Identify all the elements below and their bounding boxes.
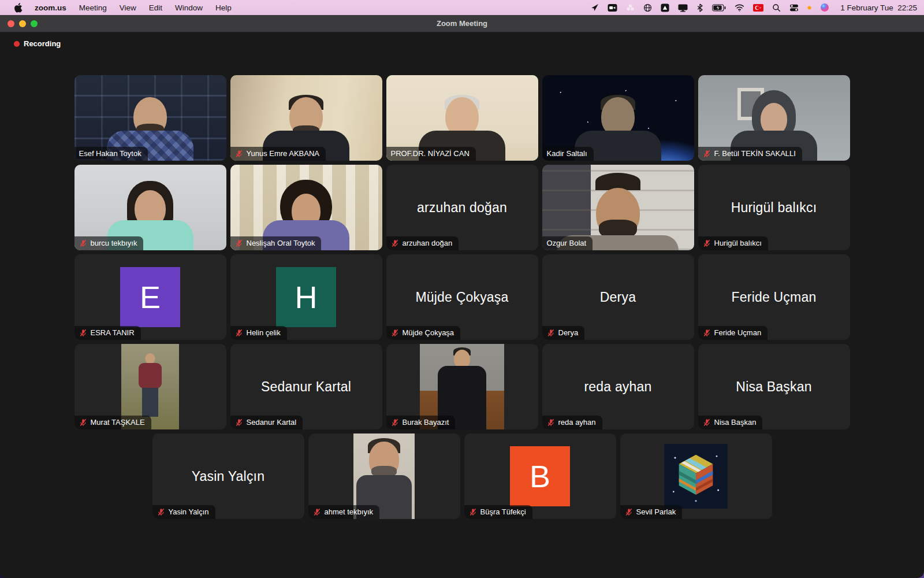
name-label: burcu tekbıyık — [74, 236, 144, 250]
participant-tile[interactable]: Sevil Parlak — [620, 433, 772, 519]
avatar: E — [120, 267, 180, 327]
participant-tile[interactable]: arzuhan doğanarzuhan doğan — [386, 165, 538, 250]
muted-mic-icon — [157, 508, 165, 516]
grid-row: Esef Hakan ToytokYunus Emre AKBANAPROF.D… — [74, 75, 850, 161]
menu-help[interactable]: Help — [209, 3, 238, 12]
participant-tile[interactable]: F. Betül TEKİN SAKALLI — [698, 75, 850, 161]
name-label: Büşra Tüfekçi — [464, 505, 532, 519]
participant-tile[interactable]: PROF.DR. NİYAZİ CAN — [386, 75, 538, 161]
app-light-icon[interactable] — [626, 3, 635, 12]
name-label: Yunus Emre AKBANA — [230, 147, 326, 161]
participant-tile[interactable]: Nisa BaşkanNisa Başkan — [698, 344, 850, 429]
location-icon[interactable] — [591, 3, 599, 12]
shortcuts-icon[interactable] — [661, 3, 669, 12]
grid-row: Yasin YalçınYasin Yalçınahmet tekbıyıkBB… — [74, 433, 850, 519]
name-label: Ozgur Bolat — [542, 236, 593, 250]
close-button[interactable] — [8, 20, 14, 27]
name-label: arzuhan doğan — [386, 236, 459, 250]
name-label: Nisa Başkan — [698, 416, 763, 429]
participant-tile[interactable]: BBüşra Tüfekçi — [464, 433, 616, 519]
participant-tile[interactable]: Neslişah Oral Toytok — [230, 165, 382, 250]
meeting-content: Recording Esef Hakan ToytokYunus Emre AK… — [0, 32, 924, 578]
name-label: Burak Bayazıt — [386, 416, 456, 429]
menu-meeting[interactable]: Meeting — [73, 3, 113, 12]
participant-tile[interactable]: Esef Hakan Toytok — [74, 75, 226, 161]
muted-mic-icon — [313, 508, 321, 516]
participant-tile[interactable]: Murat TAŞKALE — [74, 344, 226, 429]
muted-mic-icon — [391, 329, 399, 337]
participant-tile[interactable]: reda ayhanreda ayhan — [542, 344, 694, 429]
menu-bar-clock[interactable]: 1 February Tue 22:25 — [838, 3, 917, 12]
participant-tile[interactable]: Sedanur KartalSedanur Kartal — [230, 344, 382, 429]
globe-icon[interactable] — [643, 3, 652, 12]
name-label: reda ayhan — [542, 416, 602, 429]
recording-dot-icon — [14, 41, 20, 47]
fullscreen-button[interactable] — [31, 20, 38, 27]
apple-icon[interactable] — [8, 3, 28, 13]
muted-mic-icon — [235, 239, 243, 247]
name-label: PROF.DR. NİYAZİ CAN — [386, 147, 476, 161]
participant-tile[interactable]: Yunus Emre AKBANA — [230, 75, 382, 161]
participant-tile[interactable]: burcu tekbıyık — [74, 165, 226, 250]
name-label: Sedanur Kartal — [230, 416, 303, 429]
name-label: Kadir Saltalı — [542, 147, 594, 161]
participant-tile[interactable]: DeryaDerya — [542, 254, 694, 340]
bluetooth-icon[interactable] — [696, 3, 703, 12]
siri-icon[interactable] — [820, 3, 829, 12]
muted-mic-icon — [235, 329, 243, 337]
muted-mic-icon — [625, 508, 633, 516]
name-label: Sevil Parlak — [620, 505, 683, 519]
display-mirroring-icon[interactable] — [678, 3, 688, 12]
recording-indicator: Recording — [14, 39, 61, 48]
muted-mic-icon — [235, 150, 243, 158]
screen-recording-icon[interactable] — [608, 3, 617, 12]
participant-tile[interactable]: Feride UçmanFeride Uçman — [698, 254, 850, 340]
name-label: Müjde Çokyaşa — [386, 326, 461, 340]
muted-mic-icon — [703, 329, 711, 337]
menu-window[interactable]: Window — [169, 3, 209, 12]
name-label: Yasin Yalçın — [152, 505, 215, 519]
name-label: F. Betül TEKİN SAKALLI — [698, 147, 802, 161]
window-title: Zoom Meeting — [437, 19, 487, 28]
participant-tile[interactable]: Yasin YalçınYasin Yalçın — [152, 433, 304, 519]
participant-tile[interactable]: Ozgur Bolat — [542, 165, 694, 250]
name-label: Esef Hakan Toytok — [74, 147, 148, 161]
participant-tile[interactable]: EESRA TANIR — [74, 254, 226, 340]
active-app-name[interactable]: zoom.us — [28, 3, 73, 12]
participant-tile[interactable]: Kadir Saltalı — [542, 75, 694, 161]
name-label: Neslişah Oral Toytok — [230, 236, 322, 250]
muted-mic-icon — [703, 239, 711, 247]
participant-grid: Esef Hakan ToytokYunus Emre AKBANAPROF.D… — [74, 75, 850, 519]
wifi-icon[interactable] — [735, 4, 744, 12]
participant-tile[interactable]: Hurigül balıkcıHurigül balıkcı — [698, 165, 850, 250]
recording-label: Recording — [24, 39, 61, 48]
muted-mic-icon — [79, 239, 87, 247]
muted-mic-icon — [547, 329, 555, 337]
grid-row: burcu tekbıyıkNeslişah Oral Toytokarzuha… — [74, 165, 850, 250]
name-label: Murat TAŞKALE — [74, 416, 151, 429]
search-icon[interactable] — [772, 3, 781, 12]
grid-row: Murat TAŞKALESedanur KartalSedanur Karta… — [74, 344, 850, 429]
minimize-button[interactable] — [19, 20, 26, 27]
participant-tile[interactable]: Burak Bayazıt — [386, 344, 538, 429]
name-label: Helin çelik — [230, 326, 287, 340]
mic-in-use-dot — [807, 6, 811, 10]
battery-charging-icon[interactable] — [712, 4, 726, 12]
zoom-window: Zoom Meeting Recording Esef Hakan Toytok… — [0, 15, 924, 578]
avatar: H — [276, 267, 336, 327]
muted-mic-icon — [391, 418, 399, 427]
participant-tile[interactable]: ahmet tekbıyık — [308, 433, 460, 519]
muted-mic-icon — [79, 418, 87, 427]
muted-mic-icon — [391, 239, 399, 247]
menu-edit[interactable]: Edit — [143, 3, 169, 12]
muted-mic-icon — [79, 329, 87, 337]
participant-tile[interactable]: HHelin çelik — [230, 254, 382, 340]
name-label: ahmet tekbıyık — [308, 505, 380, 519]
grid-row: EESRA TANIRHHelin çelikMüjde ÇokyaşaMüjd… — [74, 254, 850, 340]
control-center-icon[interactable] — [789, 4, 799, 12]
avatar: B — [510, 446, 570, 506]
participant-tile[interactable]: Müjde ÇokyaşaMüjde Çokyaşa — [386, 254, 538, 340]
muted-mic-icon — [235, 418, 243, 427]
turkish-flag-input-icon[interactable] — [753, 4, 763, 12]
menu-view[interactable]: View — [113, 3, 143, 12]
